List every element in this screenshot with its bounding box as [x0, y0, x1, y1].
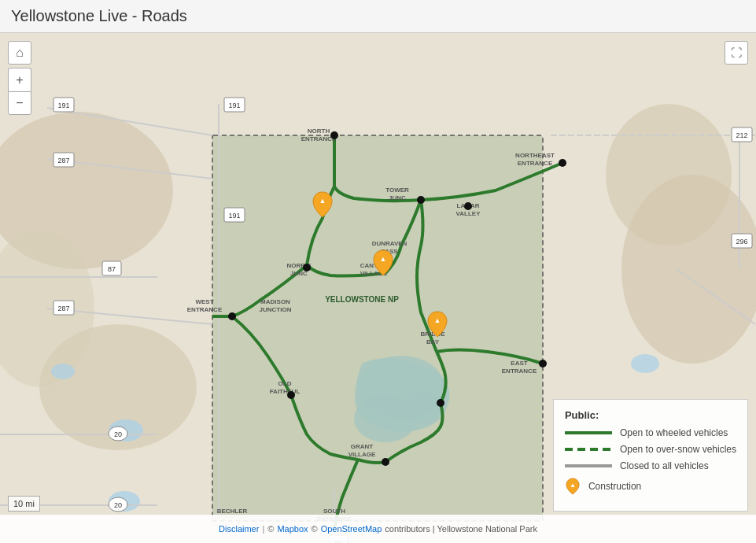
svg-text:SOUTH: SOUTH [323, 508, 345, 515]
svg-text:ENTRANCE: ENTRANCE [502, 368, 537, 375]
legend-label-construction: Construction [588, 481, 641, 492]
svg-point-78 [417, 196, 425, 204]
svg-text:20: 20 [114, 501, 122, 509]
legend-line-solid [565, 431, 612, 434]
legend: Public: Open to wheeled vehicles Open to… [553, 399, 748, 512]
svg-text:191: 191 [228, 102, 240, 109]
map-controls: ⌂ + − [8, 41, 31, 115]
svg-text:WEST: WEST [195, 298, 213, 305]
legend-label-wheeled: Open to wheeled vehicles [620, 427, 728, 438]
construction-pin-icon: ▲ [566, 478, 580, 495]
disclaimer-link[interactable]: Disclaimer [219, 524, 259, 534]
svg-point-83 [287, 391, 295, 399]
scale-label: 10 mi [13, 499, 35, 508]
svg-text:BECHLER: BECHLER [217, 508, 248, 515]
svg-text:▲: ▲ [380, 255, 387, 263]
svg-text:287: 287 [57, 305, 69, 312]
svg-point-81 [303, 264, 311, 272]
svg-point-84 [382, 458, 389, 466]
svg-text:MADISON: MADISON [260, 298, 290, 305]
legend-item-closed: Closed to all vehicles [565, 460, 736, 471]
svg-text:20: 20 [114, 430, 122, 438]
footer-sep1: | [262, 524, 264, 534]
page-title: Yellowstone Live - Roads [0, 0, 756, 33]
svg-point-85 [437, 399, 444, 407]
svg-point-77 [330, 131, 338, 139]
svg-point-82 [228, 312, 236, 320]
svg-text:BAY: BAY [426, 338, 440, 345]
svg-point-11 [51, 364, 75, 379]
legend-line-dashed [565, 448, 612, 451]
svg-text:▲: ▲ [434, 316, 441, 324]
svg-text:▲: ▲ [319, 197, 326, 205]
svg-text:TOWER: TOWER [385, 187, 409, 194]
zoom-out-button[interactable]: − [8, 91, 31, 115]
scale-bar: 10 mi [8, 496, 40, 512]
svg-point-79 [464, 202, 472, 210]
svg-text:NORTHEAST: NORTHEAST [515, 152, 555, 159]
svg-text:VALLEY: VALLEY [456, 210, 481, 217]
svg-text:191: 191 [228, 212, 240, 220]
footer: Disclaimer | © Mapbox © OpenStreetMap co… [0, 515, 756, 543]
legend-item-snow: Open to over-snow vehicles [565, 444, 736, 455]
svg-point-4 [606, 104, 732, 246]
osm-link[interactable]: OpenStreetMap [321, 524, 382, 534]
svg-text:287: 287 [57, 157, 69, 164]
mapbox-link[interactable]: Mapbox [277, 524, 308, 534]
title-text: Yellowstone Live - Roads [11, 7, 187, 25]
svg-text:296: 296 [736, 238, 747, 246]
footer-credit1: © [267, 524, 274, 534]
legend-title: Public: [565, 409, 736, 421]
footer-contributors: contributors | Yellowstone National Park [385, 524, 537, 534]
svg-text:▲: ▲ [570, 482, 576, 489]
legend-label-closed: Closed to all vehicles [620, 460, 709, 471]
construction-icon-container: ▲ [565, 477, 581, 496]
svg-point-86 [539, 360, 547, 368]
svg-text:ENTRANCE: ENTRANCE [518, 160, 553, 167]
fullscreen-button[interactable]: ⛶ [725, 41, 748, 65]
svg-point-12 [631, 354, 659, 373]
svg-text:FAITHFUL: FAITHFUL [270, 388, 301, 395]
legend-line-gray [565, 464, 612, 467]
svg-text:OLD: OLD [278, 380, 292, 387]
svg-text:212: 212 [736, 131, 747, 139]
svg-text:DUNRAVEN: DUNRAVEN [372, 240, 408, 247]
svg-text:VILLAGE: VILLAGE [348, 451, 376, 458]
svg-text:ENTRANCE: ENTRANCE [187, 306, 223, 313]
svg-text:191: 191 [57, 102, 69, 109]
legend-item-construction: ▲ Construction [565, 477, 736, 496]
footer-credit2: © [312, 524, 318, 534]
svg-text:EAST: EAST [511, 360, 527, 367]
home-button[interactable]: ⌂ [8, 41, 31, 65]
svg-point-80 [559, 159, 566, 167]
svg-text:GRANT: GRANT [351, 443, 374, 450]
svg-text:JUNC: JUNC [389, 194, 406, 201]
legend-label-snow: Open to over-snow vehicles [620, 444, 736, 455]
legend-item-wheeled: Open to wheeled vehicles [565, 427, 736, 438]
svg-text:YELLOWSTONE NP: YELLOWSTONE NP [325, 295, 399, 304]
zoom-in-button[interactable]: + [8, 68, 31, 91]
map-container[interactable]: 191 287 287 191 191 87 212 296 20 20 89 … [0, 33, 756, 543]
svg-text:JUNCTION: JUNCTION [260, 306, 292, 313]
svg-text:NORTH: NORTH [308, 127, 330, 135]
svg-text:87: 87 [108, 265, 116, 273]
